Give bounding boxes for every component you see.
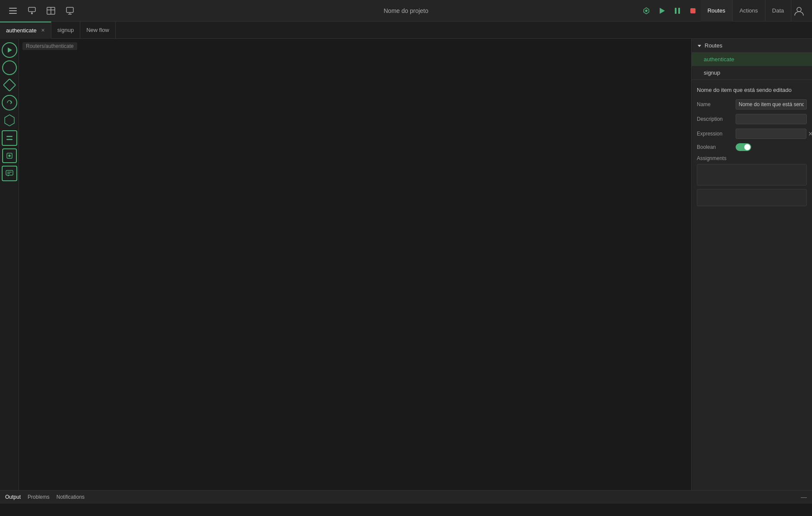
assignments-box-2[interactable] (697, 189, 807, 206)
tab-label: New flow (86, 27, 109, 33)
breadcrumb: Routers/authenticate (22, 42, 77, 50)
deploy-icon[interactable] (62, 3, 78, 19)
right-panel: Routes authenticate signup Nome do item … (691, 39, 812, 490)
diamond-tool[interactable] (2, 78, 17, 92)
svg-rect-9 (66, 7, 73, 13)
pause-icon[interactable] (670, 3, 685, 19)
item-editor: Nome do item que está sendo editado Name… (692, 79, 812, 490)
flow-icon[interactable] (24, 3, 40, 19)
svg-marker-18 (8, 47, 12, 53)
svg-rect-21 (6, 139, 13, 140)
expression-label: Expression (697, 131, 736, 137)
svg-rect-20 (6, 136, 13, 137)
circle-tool[interactable] (2, 60, 17, 75)
boolean-row: Boolean (697, 143, 807, 151)
equals-tool[interactable] (2, 130, 17, 146)
svg-rect-2 (9, 13, 17, 14)
minimize-icon[interactable]: — (801, 494, 807, 500)
output-area (0, 503, 812, 516)
assignments-box-1[interactable] (697, 164, 807, 186)
svg-point-23 (9, 155, 10, 157)
navbar-left (5, 3, 78, 19)
square-tool[interactable] (2, 148, 17, 163)
tab-authenticate[interactable]: authenticate ✕ (0, 22, 51, 39)
name-row: Name (697, 99, 807, 110)
user-avatar[interactable] (791, 3, 807, 19)
nav-actions[interactable]: Actions (733, 0, 765, 22)
svg-rect-14 (675, 8, 677, 14)
navbar-right: Routes Actions Data (639, 0, 807, 22)
item-editor-title: Nome do item que está sendo editado (697, 87, 807, 93)
name-input[interactable] (736, 99, 807, 110)
run-icon[interactable] (654, 3, 670, 19)
svg-rect-1 (9, 10, 17, 11)
toggle-knob (744, 144, 750, 150)
canvas-area[interactable]: Routers/authenticate (19, 39, 691, 490)
play-tool[interactable] (2, 42, 17, 58)
tab-label: signup (57, 27, 74, 33)
nav-routes[interactable]: Routes (701, 0, 733, 22)
svg-marker-13 (660, 8, 665, 14)
svg-point-12 (645, 10, 647, 12)
description-label: Description (697, 116, 736, 122)
expression-input[interactable] (736, 129, 806, 139)
tab-close-authenticate[interactable]: ✕ (41, 28, 45, 33)
stop-icon[interactable] (685, 3, 701, 19)
svg-rect-16 (690, 8, 696, 13)
tab-signup[interactable]: signup (51, 22, 80, 39)
expression-clear-icon[interactable]: ✕ (808, 130, 812, 137)
loop-tool[interactable] (2, 95, 17, 110)
svg-marker-27 (698, 45, 701, 47)
svg-marker-19 (5, 115, 14, 126)
tab-output[interactable]: Output (5, 494, 21, 500)
menu-icon[interactable] (5, 3, 21, 19)
navbar: Nome do projeto Routes Actions (0, 0, 812, 22)
description-row: Description (697, 114, 807, 124)
main-area: Routers/authenticate Routes authenticate… (0, 39, 812, 490)
svg-rect-0 (9, 8, 17, 9)
assignments-section: Assignments (697, 155, 807, 206)
hexagon-tool[interactable] (2, 113, 17, 128)
routes-header[interactable]: Routes (692, 39, 812, 53)
svg-rect-24 (6, 170, 13, 175)
nav-data[interactable]: Data (765, 0, 791, 22)
boolean-label: Boolean (697, 144, 736, 150)
svg-rect-3 (28, 7, 35, 12)
assignments-label: Assignments (697, 155, 807, 161)
tab-label: authenticate (6, 27, 37, 34)
name-label: Name (697, 101, 736, 107)
description-input[interactable] (736, 114, 807, 124)
debug-icon[interactable] (639, 3, 654, 19)
svg-point-17 (797, 7, 801, 12)
svg-rect-15 (678, 8, 680, 14)
tab-notifications[interactable]: Notifications (57, 494, 85, 500)
boolean-toggle[interactable] (736, 143, 751, 151)
project-name: Nome do projeto (384, 7, 428, 14)
chevron-down-icon (697, 43, 702, 48)
expression-row: Expression ✕ (697, 129, 807, 139)
comment-tool[interactable] (2, 166, 17, 181)
tab-problems[interactable]: Problems (28, 494, 50, 500)
left-toolbar (0, 39, 19, 490)
route-item-authenticate[interactable]: authenticate (692, 53, 812, 66)
tabs-row: authenticate ✕ signup New flow (0, 22, 812, 39)
route-item-signup[interactable]: signup (692, 66, 812, 79)
svg-point-4 (31, 13, 33, 14)
table-icon[interactable] (43, 3, 59, 19)
bottom-panel: Output Problems Notifications — (0, 490, 812, 503)
tab-new-flow[interactable]: New flow (80, 22, 116, 39)
routes-title: Routes (705, 42, 722, 49)
